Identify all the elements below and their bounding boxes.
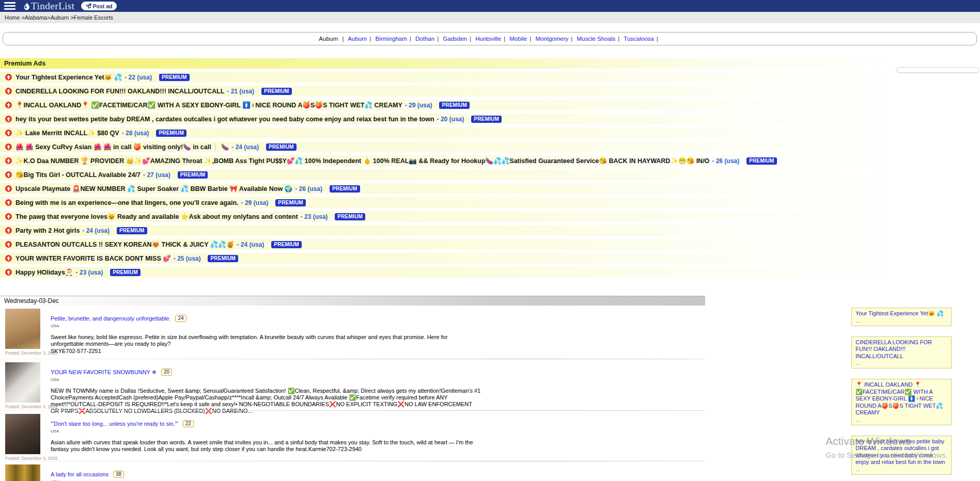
- premium-ad-meta[interactable]: - 26 (usa): [712, 157, 739, 165]
- premium-ad-title[interactable]: 🌺 🌺 Sexy CuRvy Asian 🌺 🌺 in call 🍑 visit…: [15, 143, 229, 151]
- separator: |: [470, 36, 471, 42]
- sidebar-ad-card[interactable]: 📍 INCALL OAKLAND 📍 ✅FACETIME/CAR✅ WITH A…: [851, 379, 952, 425]
- premium-ad-meta[interactable]: - 20 (usa): [437, 116, 464, 123]
- premium-ad-row[interactable]: 📍INCALL OAKLAND📍 ✅FACETIME/CAR✅ WITH A S…: [0, 100, 980, 110]
- premium-ad-meta[interactable]: - 23 (usa): [75, 269, 103, 276]
- separator: |: [657, 36, 658, 42]
- premium-ad-meta[interactable]: - 24 (usa): [237, 241, 265, 248]
- premium-ad-title[interactable]: Party with 2 Hot girls: [15, 227, 80, 234]
- city-link[interactable]: Dothan: [415, 36, 434, 42]
- sidebar-ad-link[interactable]: Your Tightest Experience Yet🐱 💦: [855, 310, 947, 317]
- post-ad-button[interactable]: Post ad: [81, 2, 117, 10]
- premium-ad-title[interactable]: Your Tightest Experience Yet🐱 💦: [15, 73, 122, 81]
- listing-row: Posted: December 3, 2025 "'Don't stare t…: [0, 410, 705, 461]
- premium-badge: PREMIUM: [471, 116, 502, 123]
- city-link[interactable]: Mobile: [509, 36, 527, 42]
- premium-ad-title[interactable]: hey its your best wettes petite baby DRE…: [15, 116, 434, 123]
- sidebar-ad-link[interactable]: CINDERELLA LOOKING FOR FUN!!! OAKLAND!!!…: [855, 339, 947, 360]
- listing-thumbnail[interactable]: [5, 362, 40, 403]
- separator: |: [437, 36, 439, 42]
- premium-ad-row[interactable]: 😘Big Tits Girl - OUTCALL Available 24/7 …: [0, 169, 980, 180]
- premium-ad-row[interactable]: hey its your best wettes petite baby DRE…: [0, 114, 980, 124]
- up-arrow-icon: [5, 171, 12, 178]
- premium-badge: PREMIUM: [266, 143, 297, 151]
- city-link[interactable]: Huntsville: [475, 36, 501, 42]
- premium-ad-title[interactable]: CINDERELLA LOOKING FOR FUN!!! OAKLAND!!!…: [15, 88, 224, 95]
- premium-ad-title[interactable]: Happy HOlidays🎅: [15, 268, 73, 276]
- listing-title-link[interactable]: Petite, brunette, and dangerously unforg…: [51, 315, 170, 322]
- listing-thumbnail[interactable]: [5, 464, 40, 481]
- listing-row: A lady for all occasions 38 USA: [0, 461, 705, 481]
- sidebar-ad-ellipsis: ...: [855, 416, 947, 423]
- premium-ad-title[interactable]: 📍INCALL OAKLAND📍 ✅FACETIME/CAR✅ WITH A S…: [15, 101, 402, 109]
- up-arrow-icon: [5, 130, 12, 136]
- premium-ad-row[interactable]: PLEASANTON OUTCALLS !! SEXY KOREAN😻 THIC…: [0, 239, 980, 250]
- age-badge: 22: [183, 420, 194, 427]
- premium-badge: PREMIUM: [330, 185, 360, 193]
- premium-ad-title[interactable]: ✨ Lake Merritt INCALL✨ $80 QV: [15, 129, 119, 137]
- city-link[interactable]: Auburn: [348, 36, 367, 42]
- listing-thumbnail[interactable]: [5, 309, 40, 349]
- sidebar-ad-card[interactable]: hey its your best wettes petite baby DRE…: [851, 436, 952, 475]
- premium-ad-meta[interactable]: - 24 (usa): [231, 143, 259, 151]
- premium-ad-row[interactable]: ✨ Lake Merritt INCALL✨ $80 QV - 28 (usa)…: [0, 127, 980, 138]
- premium-badge: PREMIUM: [117, 227, 147, 234]
- premium-ad-title[interactable]: ✨K.O Daa NUMBER 🏆 PROVIDER 👑✨💕AMAZING Th…: [15, 157, 709, 165]
- sidebar-ad-card[interactable]: Your Tightest Experience Yet🐱 💦 ...: [851, 308, 952, 326]
- premium-ad-title[interactable]: YOUR WINTER FAVORITE IS BACK DONT MISS 💕: [15, 254, 171, 262]
- premium-ad-row[interactable]: Happy HOlidays🎅 - 23 (usa) PREMIUM: [0, 267, 980, 278]
- premium-ad-title[interactable]: PLEASANTON OUTCALLS !! SEXY KOREAN😻 THIC…: [15, 241, 235, 248]
- premium-ad-row[interactable]: Party with 2 Hot girls - 24 (usa) PREMIU…: [0, 225, 980, 236]
- premium-ad-meta[interactable]: - 27 (usa): [143, 171, 170, 179]
- premium-badge: PREMIUM: [208, 255, 238, 262]
- post-ad-label: Post ad: [93, 3, 113, 9]
- breadcrumb[interactable]: Home >Alabama>Auburn >Female Escorts: [0, 12, 980, 23]
- premium-ad-meta[interactable]: - 21 (usa): [227, 88, 254, 95]
- listing-title-link[interactable]: A lady for all occasions: [51, 471, 108, 477]
- premium-badge: PREMIUM: [159, 74, 190, 81]
- menu-icon[interactable]: [4, 2, 15, 10]
- premium-ad-title[interactable]: Being with me is an experience—one that …: [15, 199, 239, 206]
- premium-ad-row[interactable]: The pawg that everyone loves😼 Ready and …: [0, 211, 980, 222]
- separator: |: [530, 36, 531, 42]
- city-nav: Auburn | Auburn| Birmingham| Dothan| Gad…: [3, 32, 977, 45]
- sidebar-ad-card[interactable]: CINDERELLA LOOKING FOR FUN!!! OAKLAND!!!…: [851, 336, 952, 369]
- city-link[interactable]: Birmingham: [375, 36, 407, 42]
- sidebar-ad-link[interactable]: 📍 INCALL OAKLAND 📍 ✅FACETIME/CAR✅ WITH A…: [855, 381, 947, 416]
- premium-ad-meta[interactable]: - 28 (usa): [122, 130, 149, 137]
- up-arrow-icon: [5, 227, 12, 234]
- premium-ad-row[interactable]: Upscale Playmate 🚨NEW NUMBER 💦 Super Soa…: [0, 183, 980, 194]
- premium-ad-meta[interactable]: - 25 (usa): [174, 255, 201, 262]
- separator: |: [369, 36, 371, 42]
- premium-ad-title[interactable]: 😘Big Tits Girl - OUTCALL Available 24/7: [15, 171, 141, 179]
- premium-ad-row[interactable]: Your Tightest Experience Yet🐱 💦 - 22 (us…: [0, 72, 980, 83]
- premium-ad-row[interactable]: 🌺 🌺 Sexy CuRvy Asian 🌺 🌺 in call 🍑 visit…: [0, 141, 980, 152]
- premium-ad-row[interactable]: Being with me is an experience—one that …: [0, 197, 980, 208]
- premium-ad-row[interactable]: ✨K.O Daa NUMBER 🏆 PROVIDER 👑✨💕AMAZING Th…: [0, 155, 980, 166]
- listings-section: Wednesday-03-Dec Posted: December 3, 202…: [0, 296, 705, 481]
- city-link[interactable]: Gadsden: [443, 36, 467, 42]
- premium-ad-meta[interactable]: - 24 (usa): [82, 227, 110, 234]
- listing-title-link[interactable]: YOUR NEW FAVORITE SNOWBUNNY ❄: [51, 369, 157, 376]
- floating-scrollbar[interactable]: [896, 67, 979, 73]
- city-link[interactable]: Muscle Shoals: [577, 36, 616, 42]
- premium-ad-title[interactable]: The pawg that everyone loves😼 Ready and …: [15, 213, 298, 220]
- premium-ad-row[interactable]: CINDERELLA LOOKING FOR FUN!!! OAKLAND!!!…: [0, 86, 980, 97]
- premium-ad-meta[interactable]: - 23 (usa): [301, 213, 328, 220]
- premium-ad-title[interactable]: Upscale Playmate 🚨NEW NUMBER 💦 Super Soa…: [15, 185, 292, 193]
- premium-badge: PREMIUM: [439, 102, 470, 109]
- sidebar-ad-link[interactable]: hey its your best wettes petite baby DRE…: [855, 438, 947, 466]
- premium-ad-meta[interactable]: - 29 (usa): [241, 199, 269, 206]
- premium-ad-meta[interactable]: - 29 (usa): [405, 102, 432, 109]
- brand-logo[interactable]: TinderList: [23, 1, 75, 12]
- listing-title-link[interactable]: "'Don't stare too long... unless you're …: [51, 421, 178, 427]
- city-link[interactable]: Montgomery: [535, 36, 568, 42]
- listing-thumbnail[interactable]: [5, 414, 40, 454]
- premium-ad-row[interactable]: YOUR WINTER FAVORITE IS BACK DONT MISS 💕…: [0, 253, 980, 264]
- city-link[interactable]: Tuscaloosa: [624, 36, 654, 42]
- up-arrow-icon: [5, 143, 12, 150]
- premium-badge: PREMIUM: [335, 213, 365, 220]
- listing-description: Sweet like honey, bold like espresso. Pe…: [51, 334, 482, 347]
- premium-ad-meta[interactable]: - 26 (usa): [295, 185, 322, 193]
- premium-ad-meta[interactable]: - 22 (usa): [125, 74, 152, 81]
